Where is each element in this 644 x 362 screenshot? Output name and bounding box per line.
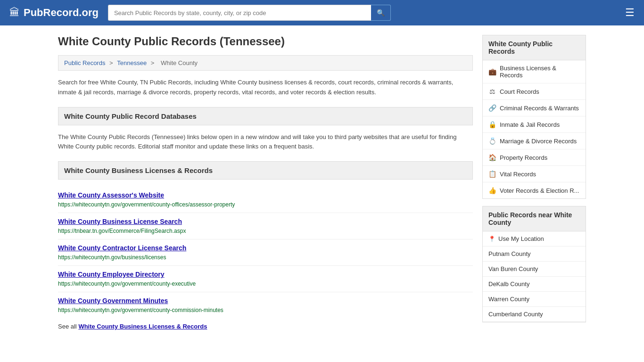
category-icon: 👍	[488, 187, 496, 194]
search-icon: 🔍	[377, 9, 385, 16]
category-label: Court Records	[500, 88, 539, 95]
record-title-link[interactable]: White County Assessor's Website	[58, 191, 473, 199]
hamburger-icon: ☰	[625, 7, 635, 18]
record-url-link[interactable]: https://tnbear.tn.gov/Ecommerce/FilingSe…	[58, 228, 186, 234]
record-title-link[interactable]: White County Contractor License Search	[58, 244, 473, 252]
nearby-county-item[interactable]: Cumberland County	[483, 307, 586, 322]
use-location-label: Use My Location	[498, 235, 544, 242]
records-list: White County Assessor's Website https://…	[58, 187, 473, 318]
breadcrumb-white-county: White County	[161, 59, 198, 66]
nearby-list: 📍 Use My Location Putnam CountyVan Buren…	[482, 231, 586, 322]
location-icon: 📍	[488, 236, 495, 242]
nearby-county-link[interactable]: Warren County	[488, 296, 529, 303]
category-label: Criminal Records & Warrants	[500, 105, 579, 112]
see-all-link[interactable]: White County Business Licenses & Records	[78, 323, 207, 330]
category-label: Inmate & Jail Records	[500, 121, 560, 128]
site-logo[interactable]: 🏛 PubRecord.org	[9, 7, 99, 19]
record-entry: White County Contractor License Search h…	[58, 239, 473, 266]
db-description: The White County Public Records (Tenness…	[58, 132, 473, 152]
category-label: Business Licenses & Records	[500, 65, 580, 79]
sidebar-categories: 💼 Business Licenses & Records ⚖ Court Re…	[482, 60, 586, 199]
breadcrumb-public-records[interactable]: Public Records	[64, 59, 105, 66]
nearby-county-link[interactable]: Van Buren County	[488, 265, 538, 272]
sidebar-category-item[interactable]: 💼 Business Licenses & Records	[483, 60, 586, 83]
use-location-item[interactable]: 📍 Use My Location	[483, 231, 586, 247]
nearby-county-item[interactable]: Van Buren County	[483, 262, 586, 277]
record-entry: White County Assessor's Website https://…	[58, 187, 473, 213]
sidebar-nearby-header: Public Records near White County	[482, 206, 586, 231]
category-icon: 📋	[488, 170, 496, 178]
record-entry: White County Business License Search htt…	[58, 213, 473, 239]
see-all: See all White County Business Licenses &…	[58, 323, 473, 330]
search-button[interactable]: 🔍	[371, 5, 391, 21]
category-icon: 🔗	[488, 104, 496, 112]
category-label: Vital Records	[500, 171, 536, 178]
main-content: White County Public Records (Tennessee) …	[58, 35, 473, 330]
sidebar-category-item[interactable]: 🔗 Criminal Records & Warrants	[483, 100, 586, 116]
search-container: 🔍	[108, 5, 391, 21]
sidebar: White County Public Records 💼 Business L…	[482, 35, 586, 330]
sidebar-category-item[interactable]: ⚖ Court Records	[483, 83, 586, 100]
breadcrumb-tennessee[interactable]: Tennessee	[117, 59, 147, 66]
nearby-county-item[interactable]: Putnam County	[483, 247, 586, 262]
sidebar-category-item[interactable]: 💍 Marriage & Divorce Records	[483, 133, 586, 149]
business-section-header: White County Business Licenses & Records	[58, 161, 473, 180]
record-entry: White County Government Minutes https://…	[58, 292, 473, 318]
record-title-link[interactable]: White County Government Minutes	[58, 297, 473, 304]
nearby-county-link[interactable]: DeKalb County	[488, 280, 529, 288]
category-label: Marriage & Divorce Records	[500, 138, 577, 145]
category-icon: 💼	[488, 68, 496, 75]
category-label: Voter Records & Election R...	[500, 187, 579, 194]
record-entry: White County Employee Directory https://…	[58, 266, 473, 292]
record-title-link[interactable]: White County Employee Directory	[58, 271, 473, 278]
category-icon: 💍	[488, 137, 496, 145]
sidebar-records-header: White County Public Records	[482, 35, 586, 60]
sidebar-category-item[interactable]: 📋 Vital Records	[483, 166, 586, 182]
page-title: White County Public Records (Tennessee)	[58, 35, 473, 48]
record-url-link[interactable]: https://whitecountytn.gov/business/licen…	[58, 254, 166, 261]
record-url-link[interactable]: https://whitecountytn.gov/government/cou…	[58, 307, 223, 313]
page-description: Search for free White County, TN Public …	[58, 78, 473, 98]
nearby-county-link[interactable]: Putnam County	[488, 250, 531, 257]
record-url-link[interactable]: https://whitecountytn.gov/government/cou…	[58, 280, 196, 287]
sidebar-category-item[interactable]: 🔒 Inmate & Jail Records	[483, 116, 586, 133]
record-title-link[interactable]: White County Business License Search	[58, 218, 473, 225]
nearby-county-item[interactable]: Warren County	[483, 292, 586, 307]
record-url-link[interactable]: https://whitecountytn.gov/government/cou…	[58, 201, 235, 208]
menu-button[interactable]: ☰	[625, 7, 635, 19]
db-section-header: White County Public Record Databases	[58, 107, 473, 125]
logo-text: PubRecord.org	[24, 7, 99, 19]
nearby-county-item[interactable]: DeKalb County	[483, 277, 586, 292]
category-icon: 🏠	[488, 154, 496, 161]
nearby-county-link[interactable]: Cumberland County	[488, 311, 543, 318]
sidebar-category-item[interactable]: 🏠 Property Records	[483, 149, 586, 166]
category-icon: 🔒	[488, 121, 496, 128]
nearby-items: Putnam CountyVan Buren CountyDeKalb Coun…	[483, 247, 586, 322]
category-icon: ⚖	[488, 88, 496, 95]
sidebar-category-item[interactable]: 👍 Voter Records & Election R...	[483, 182, 586, 198]
search-input[interactable]	[108, 5, 371, 21]
logo-icon: 🏛	[9, 7, 20, 19]
category-label: Property Records	[500, 154, 547, 161]
breadcrumb: Public Records > Tennessee > White Count…	[58, 55, 473, 71]
